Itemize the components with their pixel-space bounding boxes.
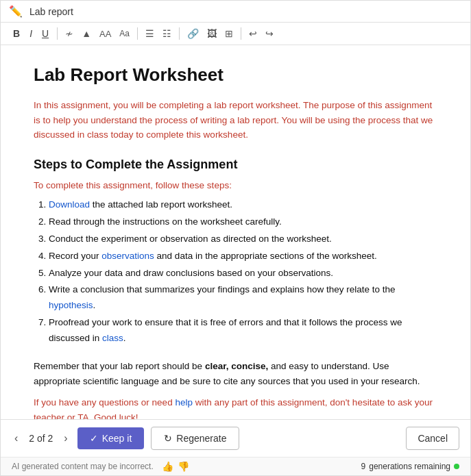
regenerate-button[interactable]: ↻ Regenerate xyxy=(151,427,239,450)
toolbar-separator-2 xyxy=(137,27,138,40)
generations-label: generations remaining xyxy=(369,462,450,471)
closing-paragraph: If you have any questions or need help w… xyxy=(34,395,437,419)
font-size-icon[interactable]: AA xyxy=(97,27,113,40)
table-icon[interactable]: ⊞ xyxy=(223,27,235,40)
toolbar-separator-3 xyxy=(179,27,180,40)
intro-paragraph: In this assignment, you will be completi… xyxy=(34,98,437,142)
steps-heading: Steps to Complete the Assignment xyxy=(34,158,437,172)
redo-icon[interactable]: ↪ xyxy=(263,27,276,40)
steps-list: Download the attached lab report workshe… xyxy=(49,197,437,347)
document-title-bar: Lab report xyxy=(29,6,73,17)
italic-button[interactable]: I xyxy=(27,27,35,40)
list-item: Proofread your work to ensure that it is… xyxy=(49,315,437,347)
cancel-button[interactable]: Cancel xyxy=(406,427,459,450)
strikethrough-icon[interactable]: ≁ xyxy=(63,27,75,40)
document-main-title: Lab Report Worksheet xyxy=(34,64,437,86)
title-bar: ✏️ Lab report xyxy=(1,1,470,23)
ordered-list-icon[interactable]: ☷ xyxy=(160,27,173,40)
list-item: Record your observations and data in the… xyxy=(49,249,437,264)
ai-notice-text: AI generated content may be incorrect. xyxy=(12,462,154,471)
feedback-buttons: 👍 👎 xyxy=(162,461,189,472)
status-green-dot xyxy=(454,464,459,469)
link-icon[interactable]: 🔗 xyxy=(185,27,201,40)
footer-navigation: ‹ 2 of 2 › ✓ Keep it ↻ Regenerate Cancel xyxy=(1,419,470,457)
remember-paragraph: Remember that your lab report should be … xyxy=(34,359,437,388)
regenerate-button-label: Regenerate xyxy=(176,433,226,444)
generations-count: 9 xyxy=(361,462,366,471)
nav-next-button[interactable]: › xyxy=(61,429,70,447)
list-item: Conduct the experiment or observation as… xyxy=(49,231,437,247)
steps-intro-text: To complete this assignment, follow thes… xyxy=(34,180,437,190)
list-item: Download the attached lab report workshe… xyxy=(49,197,437,213)
list-item: Analyze your data and draw conclusions b… xyxy=(49,266,437,281)
font-highlight-icon[interactable]: ▲ xyxy=(80,27,93,40)
list-item: Write a conclusion that summarizes your … xyxy=(49,282,437,314)
document-content: Lab Report Worksheet In this assignment,… xyxy=(1,45,470,419)
status-bar: AI generated content may be incorrect. 👍… xyxy=(1,457,470,475)
editor-toolbar: B I U ≁ ▲ AA Aa ☰ ☷ 🔗 🖼 ⊞ ↩ ↪ xyxy=(1,23,470,45)
keep-checkmark-icon: ✓ xyxy=(90,433,98,444)
regenerate-icon: ↻ xyxy=(164,433,172,444)
app-container: ✏️ Lab report B I U ≁ ▲ AA Aa ☰ ☷ 🔗 🖼 ⊞ … xyxy=(0,0,471,476)
bold-button[interactable]: B xyxy=(10,27,23,40)
thumbs-up-button[interactable]: 👍 xyxy=(162,461,173,472)
keep-button[interactable]: ✓ Keep it xyxy=(77,427,145,449)
keep-button-label: Keep it xyxy=(102,433,132,444)
nav-prev-button[interactable]: ‹ xyxy=(12,429,21,447)
undo-icon[interactable]: ↩ xyxy=(247,27,259,40)
image-icon[interactable]: 🖼 xyxy=(205,27,219,40)
underline-button[interactable]: U xyxy=(39,27,51,40)
generations-remaining: 9 generations remaining xyxy=(361,462,459,471)
thumbs-down-button[interactable]: 👎 xyxy=(178,461,189,472)
toolbar-separator-4 xyxy=(241,27,241,40)
bullet-list-icon[interactable]: ☰ xyxy=(143,27,156,40)
toolbar-separator-1 xyxy=(57,27,58,40)
nav-count-label: 2 of 2 xyxy=(29,433,53,444)
list-item: Read through the instructions on the wor… xyxy=(49,214,437,230)
case-icon[interactable]: Aa xyxy=(117,27,132,40)
edit-icon: ✏️ xyxy=(9,5,23,18)
